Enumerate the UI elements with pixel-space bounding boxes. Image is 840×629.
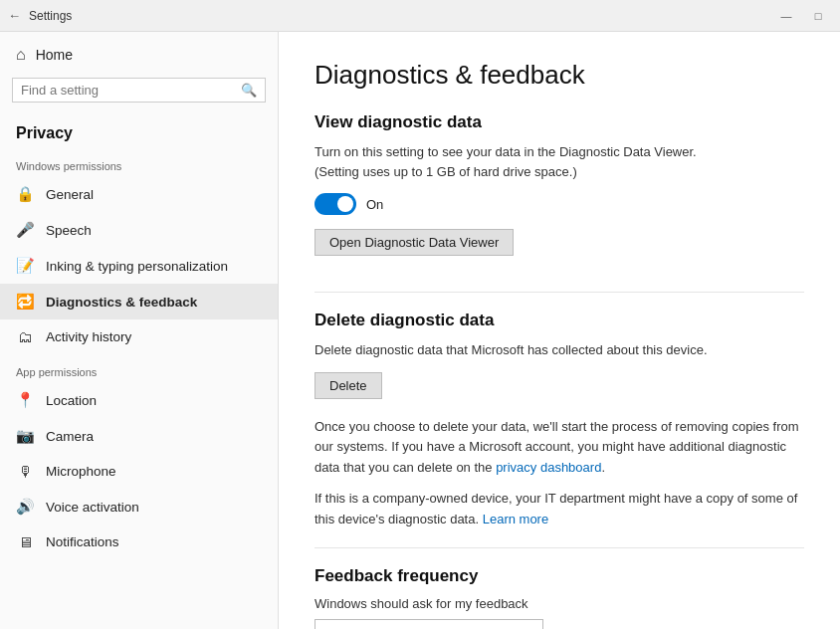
sidebar-item-notifications-label: Notifications (46, 534, 119, 549)
speech-icon: 🎤 (16, 221, 34, 239)
section-divider-2 (315, 547, 804, 548)
title-bar-left: ← Settings (8, 8, 72, 23)
back-icon[interactable]: ← (8, 8, 21, 23)
search-box: 🔍 (12, 78, 266, 103)
diagnostic-toggle[interactable] (315, 193, 356, 215)
app-permissions-label: App permissions (0, 354, 278, 382)
activity-icon: 🗂 (16, 328, 34, 345)
sidebar-item-microphone[interactable]: 🎙 Microphone (0, 454, 278, 489)
delete-para1-end: . (601, 460, 605, 475)
title-bar: ← Settings — □ (0, 0, 840, 32)
sidebar-item-location-label: Location (46, 393, 97, 408)
sidebar-item-diagnostics[interactable]: 🔁 Diagnostics & feedback (0, 284, 278, 319)
sidebar-item-activity[interactable]: 🗂 Activity history (0, 319, 278, 354)
windows-permissions-label: Windows permissions (0, 148, 278, 176)
lock-icon: 🔒 (16, 185, 34, 203)
delete-para2: If this is a company-owned device, your … (315, 489, 804, 530)
view-desc-line2: (Setting uses up to 1 GB of hard drive s… (315, 164, 577, 179)
section-divider-1 (315, 292, 804, 293)
view-section-title: View diagnostic data (315, 112, 804, 132)
sidebar-item-speech-label: Speech (46, 223, 92, 238)
location-icon: 📍 (16, 391, 34, 409)
content-area: ⌂ Home 🔍 Privacy Windows permissions 🔒 G… (0, 32, 840, 629)
open-viewer-button[interactable]: Open Diagnostic Data Viewer (315, 229, 514, 256)
sidebar-item-camera[interactable]: 📷 Camera (0, 418, 278, 454)
toggle-knob (337, 196, 353, 212)
home-label: Home (36, 47, 73, 63)
title-bar-controls: — □ (772, 6, 832, 26)
delete-para1: Once you choose to delete your data, we'… (315, 417, 804, 479)
sidebar-item-voice[interactable]: 🔊 Voice activation (0, 489, 278, 524)
minimize-button[interactable]: — (772, 6, 800, 26)
learn-more-link[interactable]: Learn more (483, 512, 548, 526)
search-icon: 🔍 (241, 83, 257, 98)
toggle-row: On (315, 193, 804, 215)
sidebar-item-activity-label: Activity history (46, 329, 131, 344)
sidebar-item-home[interactable]: ⌂ Home (0, 32, 278, 78)
inking-icon: 📝 (16, 257, 34, 275)
sidebar-item-camera-label: Camera (46, 429, 94, 444)
sidebar-item-inking-label: Inking & typing personalization (46, 259, 228, 274)
diagnostics-icon: 🔁 (16, 293, 34, 311)
delete-section-desc: Delete diagnostic data that Microsoft ha… (315, 340, 804, 360)
sidebar-item-notifications[interactable]: 🖥 Notifications (0, 524, 278, 559)
camera-icon: 📷 (16, 427, 34, 445)
view-desc-line1: Turn on this setting to see your data in… (315, 144, 697, 159)
sidebar-item-speech[interactable]: 🎤 Speech (0, 212, 278, 248)
sidebar-item-general-label: General (46, 187, 94, 202)
sidebar-item-general[interactable]: 🔒 General (0, 176, 278, 212)
delete-button[interactable]: Delete (315, 372, 382, 399)
sidebar-item-voice-label: Voice activation (46, 500, 139, 515)
voice-icon: 🔊 (16, 498, 34, 516)
feedback-title: Feedback frequency (315, 566, 804, 586)
sidebar-item-microphone-label: Microphone (46, 464, 116, 479)
maximize-button[interactable]: □ (804, 6, 832, 26)
toggle-label: On (366, 197, 383, 212)
sidebar-item-diagnostics-label: Diagnostics & feedback (46, 295, 197, 310)
sidebar: ⌂ Home 🔍 Privacy Windows permissions 🔒 G… (0, 32, 279, 629)
page-title: Diagnostics & feedback (315, 60, 804, 91)
settings-window: ← Settings — □ ⌂ Home 🔍 Privacy Windows … (0, 0, 840, 629)
feedback-select-wrapper[interactable]: Automatically (Recommended) Always Once … (315, 619, 543, 629)
sidebar-item-location[interactable]: 📍 Location (0, 382, 278, 418)
view-diagnostic-section: View diagnostic data Turn on this settin… (315, 112, 804, 274)
view-section-desc: Turn on this setting to see your data in… (315, 142, 804, 181)
main-content: Diagnostics & feedback View diagnostic d… (279, 32, 840, 629)
microphone-icon: 🎙 (16, 463, 34, 480)
delete-para2-text: If this is a company-owned device, your … (315, 491, 797, 526)
search-input[interactable] (21, 83, 241, 98)
delete-section-title: Delete diagnostic data (315, 311, 804, 330)
window-title: Settings (29, 9, 72, 23)
feedback-section: Feedback frequency Windows should ask fo… (315, 566, 804, 629)
sidebar-item-inking[interactable]: 📝 Inking & typing personalization (0, 248, 278, 284)
notifications-icon: 🖥 (16, 533, 34, 550)
home-icon: ⌂ (16, 46, 26, 64)
feedback-select-label: Windows should ask for my feedback (315, 596, 804, 611)
privacy-header: Privacy (0, 110, 278, 148)
privacy-dashboard-link[interactable]: privacy dashboard (496, 460, 601, 475)
delete-diagnostic-section: Delete diagnostic data Delete diagnostic… (315, 311, 804, 529)
